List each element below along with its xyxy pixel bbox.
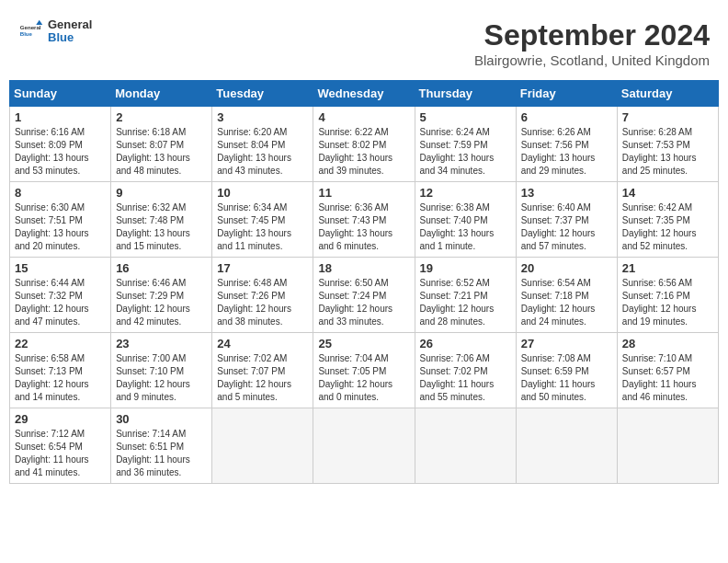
calendar-week-4: 22Sunrise: 6:58 AMSunset: 7:13 PMDayligh… — [10, 333, 719, 408]
svg-text:Blue: Blue — [20, 31, 33, 38]
calendar-day-21: 21Sunrise: 6:56 AMSunset: 7:16 PMDayligh… — [617, 258, 718, 333]
svg-text:General: General — [20, 25, 41, 31]
calendar-day-8: 8Sunrise: 6:30 AMSunset: 7:51 PMDaylight… — [10, 182, 111, 258]
calendar-day-27: 27Sunrise: 7:08 AMSunset: 6:59 PMDayligh… — [516, 333, 617, 408]
calendar-day-empty — [516, 408, 617, 484]
logo-blue-text: Blue — [48, 31, 92, 44]
calendar-day-4: 4Sunrise: 6:22 AMSunset: 8:02 PMDaylight… — [313, 107, 415, 182]
calendar-day-25: 25Sunrise: 7:04 AMSunset: 7:05 PMDayligh… — [313, 333, 415, 408]
col-wednesday: Wednesday — [313, 81, 415, 107]
col-sunday: Sunday — [10, 81, 111, 107]
calendar-day-18: 18Sunrise: 6:50 AMSunset: 7:24 PMDayligh… — [313, 258, 415, 333]
calendar-day-empty — [617, 408, 718, 484]
calendar-day-15: 15Sunrise: 6:44 AMSunset: 7:32 PMDayligh… — [10, 258, 111, 333]
logo-text: General Blue — [48, 18, 92, 45]
calendar-day-30: 30Sunrise: 7:14 AMSunset: 6:51 PMDayligh… — [111, 408, 212, 484]
calendar-day-23: 23Sunrise: 7:00 AMSunset: 7:10 PMDayligh… — [111, 333, 212, 408]
col-tuesday: Tuesday — [212, 81, 313, 107]
col-friday: Friday — [516, 81, 617, 107]
col-thursday: Thursday — [415, 81, 516, 107]
calendar-day-11: 11Sunrise: 6:36 AMSunset: 7:43 PMDayligh… — [313, 182, 415, 258]
calendar-day-10: 10Sunrise: 6:34 AMSunset: 7:45 PMDayligh… — [212, 182, 313, 258]
calendar-day-17: 17Sunrise: 6:48 AMSunset: 7:26 PMDayligh… — [212, 258, 313, 333]
calendar-day-29: 29Sunrise: 7:12 AMSunset: 6:54 PMDayligh… — [10, 408, 111, 484]
calendar-day-6: 6Sunrise: 6:26 AMSunset: 7:56 PMDaylight… — [516, 107, 617, 182]
calendar-day-empty — [212, 408, 313, 484]
calendar-day-19: 19Sunrise: 6:52 AMSunset: 7:21 PMDayligh… — [415, 258, 516, 333]
calendar-day-1: 1Sunrise: 6:16 AMSunset: 8:09 PMDaylight… — [10, 107, 111, 182]
calendar-day-5: 5Sunrise: 6:24 AMSunset: 7:59 PMDaylight… — [415, 107, 516, 182]
col-saturday: Saturday — [617, 81, 718, 107]
calendar-day-2: 2Sunrise: 6:18 AMSunset: 8:07 PMDaylight… — [111, 107, 212, 182]
calendar-week-5: 29Sunrise: 7:12 AMSunset: 6:54 PMDayligh… — [10, 408, 719, 484]
page-header: General Blue General Blue September 2024… — [9, 9, 719, 73]
calendar-day-20: 20Sunrise: 6:54 AMSunset: 7:18 PMDayligh… — [516, 258, 617, 333]
calendar-day-9: 9Sunrise: 6:32 AMSunset: 7:48 PMDaylight… — [111, 182, 212, 258]
calendar-day-28: 28Sunrise: 7:10 AMSunset: 6:57 PMDayligh… — [617, 333, 718, 408]
calendar-day-22: 22Sunrise: 6:58 AMSunset: 7:13 PMDayligh… — [10, 333, 111, 408]
calendar-week-3: 15Sunrise: 6:44 AMSunset: 7:32 PMDayligh… — [10, 258, 719, 333]
calendar-week-2: 8Sunrise: 6:30 AMSunset: 7:51 PMDaylight… — [10, 182, 719, 258]
calendar-day-empty — [415, 408, 516, 484]
calendar-day-3: 3Sunrise: 6:20 AMSunset: 8:04 PMDaylight… — [212, 107, 313, 182]
calendar-day-26: 26Sunrise: 7:06 AMSunset: 7:02 PMDayligh… — [415, 333, 516, 408]
calendar-day-24: 24Sunrise: 7:02 AMSunset: 7:07 PMDayligh… — [212, 333, 313, 408]
calendar-day-16: 16Sunrise: 6:46 AMSunset: 7:29 PMDayligh… — [111, 258, 212, 333]
calendar-day-empty — [313, 408, 415, 484]
logo-icon: General Blue — [18, 18, 44, 44]
col-monday: Monday — [111, 81, 212, 107]
calendar-table: Sunday Monday Tuesday Wednesday Thursday… — [9, 80, 719, 484]
title-section: September 2024 Blairgowrie, Scotland, Un… — [474, 18, 710, 68]
calendar-week-1: 1Sunrise: 6:16 AMSunset: 8:09 PMDaylight… — [10, 107, 719, 182]
location: Blairgowrie, Scotland, United Kingdom — [474, 52, 710, 68]
calendar-day-14: 14Sunrise: 6:42 AMSunset: 7:35 PMDayligh… — [617, 182, 718, 258]
month-title: September 2024 — [474, 18, 710, 52]
calendar-day-13: 13Sunrise: 6:40 AMSunset: 7:37 PMDayligh… — [516, 182, 617, 258]
calendar-day-7: 7Sunrise: 6:28 AMSunset: 7:53 PMDaylight… — [617, 107, 718, 182]
logo-general-text: General — [48, 18, 92, 31]
calendar-day-12: 12Sunrise: 6:38 AMSunset: 7:40 PMDayligh… — [415, 182, 516, 258]
calendar-header-row: Sunday Monday Tuesday Wednesday Thursday… — [10, 81, 719, 107]
logo: General Blue General Blue — [18, 18, 92, 45]
